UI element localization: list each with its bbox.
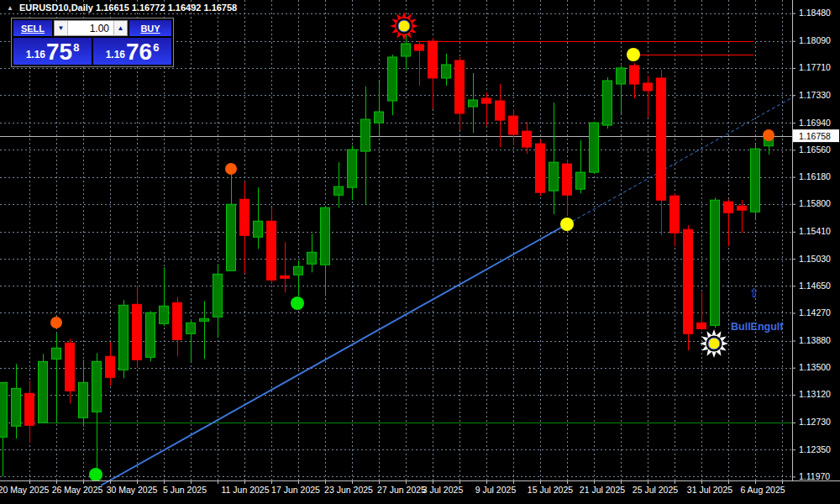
y-axis-label: 1.15030 (799, 254, 831, 264)
candle-body (375, 112, 384, 123)
bear-candle (455, 57, 465, 130)
candle-body (281, 276, 290, 278)
candle-body (25, 393, 34, 425)
bull-candle (12, 364, 21, 438)
signal-dot-marker (627, 48, 640, 61)
bull-candle (213, 264, 223, 338)
bear-candle (522, 122, 532, 154)
bull-candle (576, 140, 585, 193)
bull-candle (254, 187, 263, 249)
y-axis-label: 1.17710 (799, 62, 831, 72)
bear-candle (415, 42, 424, 86)
y-axis-label: 1.14650 (799, 281, 831, 291)
y-axis-label: 1.13880 (799, 335, 831, 345)
sun-signal-marker (390, 12, 418, 40)
bull-candle (469, 73, 478, 133)
candle-body (321, 207, 330, 265)
collapse-triangle-icon[interactable]: ▲ (7, 4, 13, 12)
buy-button-label: BUY (140, 24, 160, 34)
candle-body (509, 116, 518, 134)
volume-spinner: ▼ 1.00 ▲ (54, 20, 128, 36)
candle-body (590, 123, 599, 172)
candle-body (52, 348, 61, 359)
candle-body (402, 44, 411, 56)
buy-price-base: 1.16 (106, 49, 125, 60)
candle-body (133, 304, 142, 360)
candle-body (657, 78, 666, 200)
bull-candle (0, 382, 8, 476)
candle-body (294, 266, 303, 275)
bear-candle (25, 381, 34, 443)
sun-core (398, 20, 410, 32)
bull-candle (549, 102, 559, 214)
volume-increase-icon[interactable]: ▲ (113, 21, 127, 35)
candle-body (186, 323, 196, 333)
price-scale[interactable]: 1.184801.180901.177101.173301.169401.165… (792, 8, 831, 481)
bull-candle (751, 144, 760, 218)
x-axis-label: 27 Jun 2025 (377, 485, 426, 495)
candle-body (227, 204, 236, 270)
x-axis-label: 11 Jun 2025 (221, 485, 269, 495)
bullengulf-arrow-icon: ⇧ (749, 286, 760, 301)
candle-body (469, 100, 478, 107)
sell-price-display[interactable]: 1.16 75 8 (13, 38, 92, 65)
candle-body (12, 388, 21, 426)
candle-body (496, 101, 505, 120)
y-axis-label: 1.14270 (799, 307, 831, 318)
current-price-tag-text: 1.16758 (799, 131, 831, 141)
bear-candle (281, 242, 290, 292)
candle-body (267, 221, 276, 280)
buy-button[interactable]: BUY (129, 20, 171, 36)
candle-body (92, 361, 102, 412)
bull-candle (200, 301, 209, 359)
volume-input[interactable]: 1.00 (68, 21, 113, 35)
x-axis-label: 21 Jul 2025 (580, 485, 625, 495)
time-scale[interactable]: 20 May 202526 May 202530 May 20255 Jun 2… (0, 485, 785, 495)
bull-candle (92, 353, 102, 473)
candle-body (711, 200, 720, 325)
y-axis-label: 1.13120 (799, 389, 831, 399)
sun-core (708, 338, 720, 349)
candle-body (39, 361, 48, 423)
candle-body (563, 164, 572, 195)
candle-body (106, 356, 115, 377)
x-axis-label: 5 Jun 2025 (163, 485, 207, 495)
trade-panel-top-row: SELL ▼ 1.00 ▲ BUY (13, 20, 171, 36)
bear-candle (563, 160, 572, 216)
y-axis-label: 1.16560 (799, 144, 831, 155)
terminal-chart-window: ⇧BullEngulf1.184801.180901.177101.173301… (0, 0, 840, 504)
one-click-trading-panel: SELL ▼ 1.00 ▲ BUY 1.16 75 8 1.16 76 6 (11, 18, 174, 67)
trend-line-solid[interactable] (101, 224, 567, 486)
bear-candle (240, 181, 249, 273)
y-axis-label: 1.18090 (799, 35, 831, 45)
candle-body (388, 57, 397, 101)
candle-body (119, 305, 129, 370)
buy-price-big: 76 (126, 41, 152, 63)
sell-price-pip: 8 (73, 41, 79, 54)
y-axis-label: 1.17330 (799, 90, 831, 100)
candle-body (213, 274, 223, 317)
candle-body (630, 66, 639, 84)
signal-dot-marker (560, 218, 574, 231)
signal-dot-marker (50, 317, 62, 328)
bear-candle (684, 225, 693, 350)
volume-decrease-icon[interactable]: ▼ (55, 21, 68, 35)
price-chart[interactable]: ⇧BullEngulf1.184801.180901.177101.173301… (0, 0, 840, 504)
bull-candle (590, 122, 599, 174)
bear-candle (482, 92, 491, 126)
y-axis-label: 1.12730 (799, 417, 831, 427)
bear-candle (724, 199, 733, 246)
candle-body (738, 206, 747, 210)
bull-candle (402, 34, 411, 70)
buy-price-display[interactable]: 1.16 76 6 (93, 38, 171, 65)
bear-candle (697, 292, 706, 330)
sell-button[interactable]: SELL (13, 20, 52, 36)
candle-body (617, 68, 626, 84)
bear-candle (173, 297, 182, 356)
bull-candle (334, 162, 344, 207)
candle-body (643, 83, 653, 91)
bear-candle (106, 342, 115, 386)
bear-candle (66, 339, 75, 403)
candle-body (66, 343, 75, 391)
bull-candle (39, 354, 48, 423)
